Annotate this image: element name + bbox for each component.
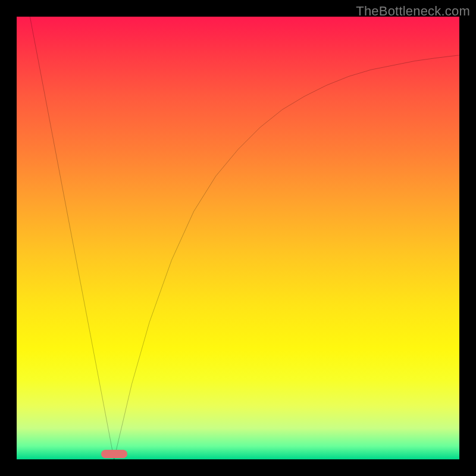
curve-right <box>114 55 459 459</box>
curve-left <box>30 17 114 459</box>
watermark-text: TheBottleneck.com <box>356 4 470 19</box>
plot-area <box>17 17 459 459</box>
chart-frame: TheBottleneck.com <box>0 0 476 476</box>
bottleneck-curve <box>17 17 459 459</box>
minimum-marker <box>101 450 127 458</box>
